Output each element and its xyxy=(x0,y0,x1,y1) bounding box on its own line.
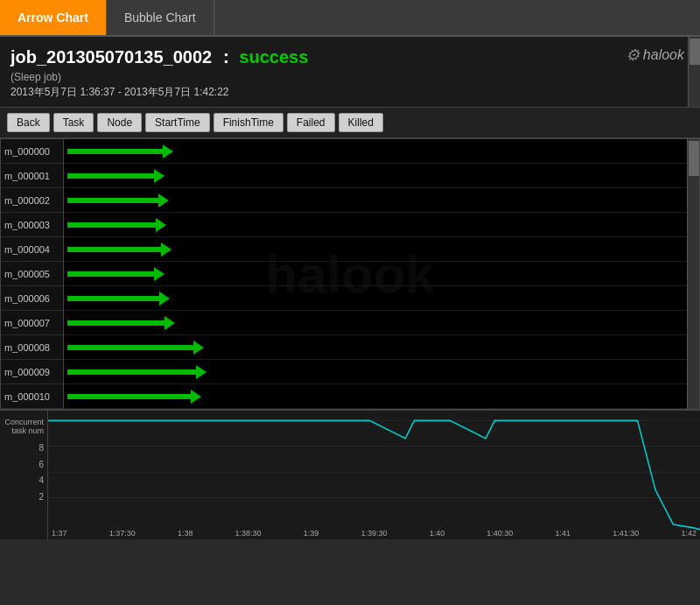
table-row xyxy=(64,335,687,360)
job-status: success xyxy=(239,47,308,67)
y-axis: Concurrenttask num 8 6 4 2 xyxy=(0,411,48,539)
tab-arrow-chart[interactable]: Arrow Chart xyxy=(0,0,107,35)
arrow-icon xyxy=(67,145,173,158)
arrow-icon xyxy=(67,390,201,403)
gear-icon: ⚙ xyxy=(626,46,640,65)
job-title: job_201305070135_0002 ： success xyxy=(10,46,690,69)
table-row xyxy=(64,360,687,384)
x-label-4: 1:39 xyxy=(304,529,319,538)
row-label-0: m_000000 xyxy=(1,139,63,164)
x-label-2: 1:38 xyxy=(178,529,193,538)
back-button[interactable]: Back xyxy=(7,113,50,132)
row-label-8: m_000008 xyxy=(1,335,63,360)
table-row xyxy=(64,311,687,335)
arrow-icon xyxy=(67,170,164,182)
chart-content: 1:37 1:37:30 1:38 1:38:30 1:39 1:39:30 1… xyxy=(48,411,700,539)
table-row xyxy=(64,188,687,213)
info-panel: job_201305070135_0002 ： success (Sleep j… xyxy=(0,37,700,108)
y-label-2: 2 xyxy=(38,492,44,502)
row-label-4: m_000004 xyxy=(1,237,63,262)
row-label-1: m_000001 xyxy=(1,164,63,188)
bottom-svg xyxy=(48,411,700,539)
finishtime-button[interactable]: FinishTime xyxy=(214,113,284,132)
table-row xyxy=(64,262,687,286)
arrow-rows[interactable]: halook xyxy=(64,139,687,409)
x-label-7: 1:40:30 xyxy=(486,529,513,538)
job-name: job_201305070135_0002 xyxy=(10,47,212,67)
arrow-icon xyxy=(67,292,170,305)
y-label-8: 8 xyxy=(38,443,44,453)
arrow-chart-area: m_000000m_000001m_000002m_000003m_000004… xyxy=(0,138,700,410)
table-row xyxy=(64,164,687,188)
time-range: 2013年5月7日 1:36:37 - 2013年5月7日 1:42:22 xyxy=(10,85,690,100)
x-axis-labels: 1:37 1:37:30 1:38 1:38:30 1:39 1:39:30 1… xyxy=(48,529,700,538)
table-row xyxy=(64,286,687,311)
button-bar: Back Task Node StartTime FinishTime Fail… xyxy=(0,108,700,138)
scrollbar-thumb xyxy=(690,39,700,65)
logo-text: halook xyxy=(643,47,684,63)
x-label-1: 1:37:30 xyxy=(109,529,136,538)
row-labels: m_000000m_000001m_000002m_000003m_000004… xyxy=(1,139,64,409)
arrow-icon xyxy=(67,341,204,354)
x-label-5: 1:39:30 xyxy=(360,529,387,538)
starttime-button[interactable]: StartTime xyxy=(145,113,210,132)
x-label-9: 1:41:30 xyxy=(612,529,639,538)
node-button[interactable]: Node xyxy=(97,113,142,132)
y-label-6: 6 xyxy=(38,460,44,469)
row-label-6: m_000006 xyxy=(1,286,63,311)
chart-scrollbar[interactable] xyxy=(687,139,699,409)
table-row xyxy=(64,213,687,237)
job-type: (Sleep job) xyxy=(10,71,690,83)
arrow-icon xyxy=(67,219,166,231)
x-label-0: 1:37 xyxy=(52,529,67,538)
row-label-7: m_000007 xyxy=(1,311,63,335)
tab-bar: Arrow Chart Bubble Chart xyxy=(0,0,700,37)
task-button[interactable]: Task xyxy=(53,113,94,132)
x-label-8: 1:41 xyxy=(556,529,571,538)
x-label-10: 1:42 xyxy=(681,529,696,538)
table-row xyxy=(64,237,687,262)
y-axis-title: Concurrenttask num xyxy=(4,418,44,435)
info-scrollbar[interactable] xyxy=(688,37,700,107)
arrow-icon xyxy=(67,366,206,378)
row-label-2: m_000002 xyxy=(1,188,63,213)
x-label-6: 1:40 xyxy=(430,529,445,538)
arrow-icon xyxy=(67,317,175,329)
x-label-3: 1:38:30 xyxy=(235,529,262,538)
chart-scrollbar-thumb xyxy=(689,141,699,176)
row-label-5: m_000005 xyxy=(1,262,63,286)
halook-logo: ⚙ halook xyxy=(626,46,684,65)
arrow-icon xyxy=(67,268,164,280)
failed-button[interactable]: Failed xyxy=(287,113,335,132)
tab-bubble-chart[interactable]: Bubble Chart xyxy=(107,0,214,35)
row-label-3: m_000003 xyxy=(1,213,63,237)
row-label-10: m_000010 xyxy=(1,384,63,409)
table-row xyxy=(64,139,687,164)
killed-button[interactable]: Killed xyxy=(339,113,383,132)
arrow-icon xyxy=(67,194,169,207)
arrow-icon xyxy=(67,243,172,256)
bottom-chart: Concurrenttask num 8 6 4 2 1:37 1:37:30 … xyxy=(0,410,700,539)
row-label-9: m_000009 xyxy=(1,360,63,384)
table-row xyxy=(64,384,687,409)
y-label-4: 4 xyxy=(38,475,44,485)
separator: ： xyxy=(217,47,240,67)
